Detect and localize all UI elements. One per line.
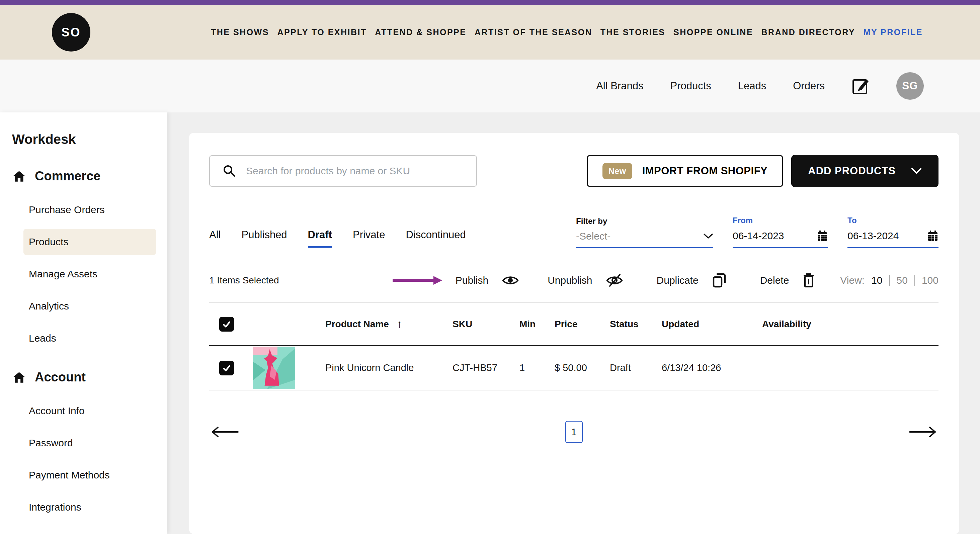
link-products[interactable]: Products [670,80,711,92]
calendar-icon[interactable] [817,230,828,242]
tutorial-arrow-annotation [392,276,442,285]
import-button-label: IMPORT FROM SHOPIFY [642,165,768,177]
nav-apply-to-exhibit[interactable]: APPLY TO EXHIBIT [277,27,366,37]
sidebar-section-commerce[interactable]: Commerce [0,169,167,183]
view-option-50[interactable]: 50 [897,275,908,286]
chevron-down-icon [703,233,713,239]
sidebar-item-analytics[interactable]: Analytics [24,293,156,319]
view-option-100[interactable]: 100 [922,275,939,286]
compose-edit-icon[interactable] [851,77,870,95]
date-to-value[interactable]: 06-13-2024 [848,230,899,242]
link-orders[interactable]: Orders [793,80,825,92]
view-label: View: [840,275,864,286]
date-from-field[interactable]: From 06-14-2023 [733,216,828,248]
pagination: 1 [209,420,939,444]
new-badge: New [603,163,632,180]
site-header: SO THE SHOWS APPLY TO EXHIBIT ATTEND & S… [0,5,980,60]
view-options: View: 10 50 100 [840,275,939,286]
tab-private[interactable]: Private [353,229,385,248]
previous-page-arrow[interactable] [209,426,240,438]
filter-group: Filter by -Select- From [576,216,939,248]
product-price-cell: $ 50.00 [555,362,610,373]
products-panel: New IMPORT FROM SHOPIFY ADD PRODUCTS All… [189,133,959,534]
tab-discontinued[interactable]: Discontinued [406,229,466,248]
brand-logo[interactable]: SO [52,13,91,51]
view-option-10[interactable]: 10 [871,275,882,286]
chevron-down-icon [911,168,922,174]
main-nav: THE SHOWS APPLY TO EXHIBIT ATTEND & SHOP… [211,27,923,37]
sidebar-item-purchase-orders[interactable]: Purchase Orders [24,197,156,223]
column-product-name: Product Name [325,319,389,330]
sidebar-item-password[interactable]: Password [24,430,156,456]
page-number[interactable]: 1 [565,421,583,443]
divider [915,275,915,286]
nav-brand-directory[interactable]: BRAND DIRECTORY [762,27,856,37]
nav-attend-and-shoppe[interactable]: ATTEND & SHOPPE [375,27,466,37]
sidebar-title: Workdesk [0,132,167,147]
search-box [209,155,477,187]
product-min-cell: 1 [519,362,555,373]
publish-action[interactable]: Publish [455,275,488,286]
column-status: Status [610,319,662,330]
nav-artist-of-the-season[interactable]: ARTIST OF THE SEASON [475,27,592,37]
unpublish-action[interactable]: Unpublish [547,275,592,286]
products-toolbar: New IMPORT FROM SHOPIFY ADD PRODUCTS [209,155,939,187]
nav-my-profile[interactable]: MY PROFILE [864,27,923,37]
add-products-button[interactable]: ADD PRODUCTS [791,155,939,187]
sidebar-item-leads[interactable]: Leads [24,325,156,351]
product-name-cell[interactable]: Pink Unicorn Candle [325,362,452,373]
tab-all[interactable]: All [209,229,221,248]
date-from-value[interactable]: 06-14-2023 [733,230,784,242]
product-updated-cell: 6/13/24 10:26 [662,362,762,373]
product-sku-cell: CJT-HB57 [452,362,519,373]
home-icon [12,170,26,183]
link-all-brands[interactable]: All Brands [596,80,643,92]
tab-published[interactable]: Published [241,229,287,248]
eye-off-icon[interactable] [606,274,623,287]
filter-by-select[interactable]: Filter by -Select- [576,216,713,248]
filter-by-value: -Select- [576,230,611,242]
account-toolbar: All Brands Products Leads Orders SG [0,60,980,113]
status-tabs: All Published Draft Private Discontinued [209,229,466,248]
sort-ascending-icon[interactable]: ↑ [397,318,402,330]
eye-icon[interactable] [502,275,519,286]
copy-icon[interactable] [712,272,727,288]
product-status-cell: Draft [610,362,662,373]
trash-icon[interactable] [802,273,815,288]
row-checkbox[interactable] [219,361,234,375]
sidebar-item-manage-assets[interactable]: Manage Assets [24,261,156,287]
nav-the-shows[interactable]: THE SHOWS [211,27,269,37]
date-to-label: To [848,216,939,225]
link-leads[interactable]: Leads [738,80,766,92]
import-from-shopify-button[interactable]: New IMPORT FROM SHOPIFY [587,155,784,187]
sidebar-section-label: Commerce [35,169,100,183]
column-price: Price [555,319,610,330]
sidebar-item-payment-methods[interactable]: Payment Methods [24,462,156,488]
nav-shoppe-online[interactable]: SHOPPE ONLINE [673,27,753,37]
column-min: Min [519,319,555,330]
next-page-arrow[interactable] [908,426,939,438]
sidebar-item-products[interactable]: Products [24,229,156,255]
delete-action[interactable]: Delete [760,275,789,286]
nav-the-stories[interactable]: THE STORIES [600,27,665,37]
main-content: New IMPORT FROM SHOPIFY ADD PRODUCTS All… [167,113,980,534]
column-sku: SKU [452,319,519,330]
table-row[interactable]: Pink Unicorn Candle CJT-HB57 1 $ 50.00 D… [209,346,939,391]
product-thumbnail [253,346,295,389]
calendar-icon[interactable] [927,230,939,242]
duplicate-action[interactable]: Duplicate [657,275,698,286]
divider [889,275,890,286]
sidebar-section-account[interactable]: Account [0,370,167,385]
sidebar-item-integrations[interactable]: Integrations [24,494,156,520]
items-selected-count: 1 Items Selected [209,275,279,286]
search-input[interactable] [246,165,466,176]
tab-draft[interactable]: Draft [308,229,332,248]
sidebar-item-account-info[interactable]: Account Info [24,398,156,424]
sidebar: Workdesk Commerce Purchase Orders Produc… [0,113,167,534]
user-avatar[interactable]: SG [896,72,924,100]
bulk-actions-row: 1 Items Selected Publish [209,272,939,303]
date-to-field[interactable]: To 06-13-2024 [848,216,939,248]
add-products-label: ADD PRODUCTS [808,165,896,177]
top-accent-bar [0,0,980,5]
select-all-checkbox[interactable] [219,317,234,332]
